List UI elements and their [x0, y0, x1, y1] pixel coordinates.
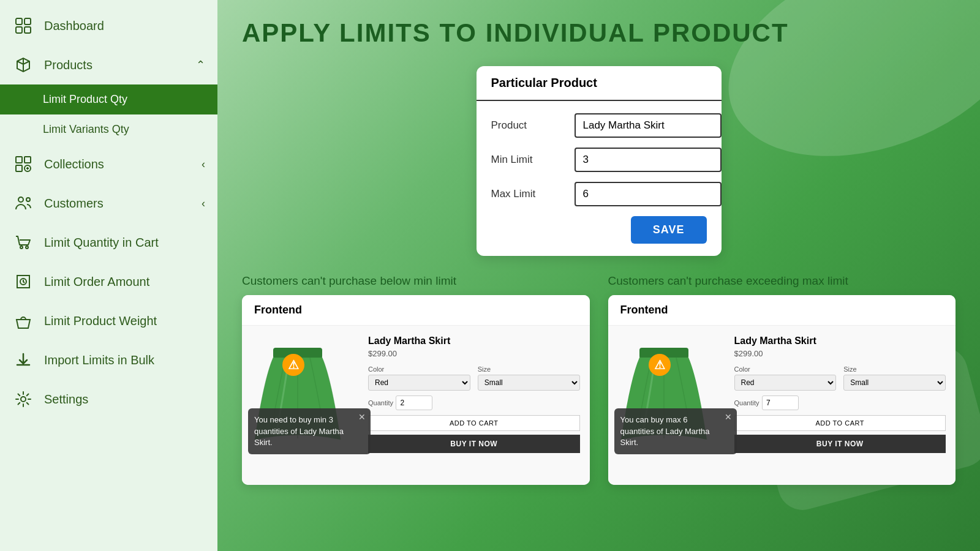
chevron-left-icon: ‹ [202, 158, 205, 171]
svg-rect-6 [16, 165, 22, 171]
demo-min-body: ⚠ ✕ You need to buy min 3 quantities of … [242, 326, 590, 485]
svg-point-9 [26, 198, 30, 201]
demo-max-limit: Customers can't purchase exceeding max l… [608, 274, 956, 485]
demo-max-card: Frontend ⚠ [608, 295, 956, 485]
dashboard-icon [12, 15, 34, 37]
color-size-row-left: Color Red Size Small [368, 365, 580, 391]
qty-label-right: Quantity [734, 399, 760, 407]
sidebar-item-label: Limit Variants Qty [43, 123, 129, 136]
min-limit-input[interactable] [575, 148, 722, 172]
toast-close-right[interactable]: ✕ [725, 411, 732, 424]
sidebar-item-settings[interactable]: Settings [0, 380, 217, 419]
particular-product-form: Particular Product Product Min Limit Max… [477, 66, 722, 256]
svg-rect-1 [24, 18, 31, 24]
sidebar-item-label: Settings [44, 392, 88, 407]
product-name-right: Lady Martha Skirt [734, 335, 946, 347]
chevron-left-icon: ‹ [202, 197, 205, 210]
warning-badge-left: ⚠ [282, 354, 304, 376]
sidebar: Dashboard Products ⌃ Limit Product Qty L… [0, 0, 217, 551]
size-select-left[interactable]: Small [478, 375, 580, 391]
color-select-left[interactable]: Red [368, 375, 470, 391]
demo-min-header: Frontend [242, 295, 590, 326]
sidebar-item-label: Customers [44, 197, 104, 211]
form-section-title: Particular Product [477, 66, 722, 101]
product-field-row: Product [491, 113, 707, 138]
product-info-right: Lady Martha Skirt $299.00 Color Red Size [734, 335, 946, 453]
sidebar-item-collections[interactable]: Collections ‹ [0, 144, 217, 184]
svg-point-10 [20, 246, 23, 249]
sidebar-item-import-limits-bulk[interactable]: Import Limits in Bulk [0, 340, 217, 380]
size-label-right: Size [843, 365, 946, 373]
sidebar-item-label: Collections [44, 157, 104, 171]
sidebar-item-limit-product-qty[interactable]: Limit Product Qty [0, 84, 217, 114]
svg-point-8 [18, 197, 23, 202]
toast-min: ✕ You need to buy min 3 quantities of La… [248, 408, 371, 454]
main-content: APPLY LIMITS TO INDIVIDUAL PRODUCT Parti… [217, 0, 980, 551]
toast-text-left: You need to buy min 3 quantities of Lady… [254, 415, 344, 446]
products-icon [12, 54, 34, 76]
product-name-left: Lady Martha Skirt [368, 335, 580, 347]
demo-min-limit: Customers can't purchase below min limit… [242, 274, 590, 485]
color-label-left: Color [368, 365, 470, 373]
chevron-down-icon: ⌃ [196, 58, 205, 72]
page-title: APPLY LIMITS TO INDIVIDUAL PRODUCT [242, 18, 956, 48]
buy-now-right[interactable]: BUY IT NOW [734, 435, 946, 453]
toast-close-left[interactable]: ✕ [358, 411, 366, 424]
min-limit-label: Min Limit [491, 154, 565, 166]
weight-icon [12, 310, 34, 332]
sidebar-item-label: Products [44, 58, 92, 72]
color-group-left: Color Red [368, 365, 470, 391]
svg-rect-0 [16, 18, 22, 24]
add-to-cart-left[interactable]: ADD TO CART [368, 415, 580, 431]
size-select-right[interactable]: Small [843, 375, 946, 391]
max-limit-input[interactable] [575, 182, 722, 206]
sidebar-item-label: Dashboard [44, 19, 104, 33]
sidebar-item-dashboard[interactable]: Dashboard [0, 6, 217, 45]
color-label-right: Color [734, 365, 837, 373]
color-group-right: Color Red [734, 365, 837, 391]
demo-sections: Customers can't purchase below min limit… [242, 274, 956, 485]
product-label: Product [491, 119, 565, 132]
qty-label-left: Quantity [368, 399, 393, 407]
color-select-right[interactable]: Red [734, 375, 837, 391]
product-info-left: Lady Martha Skirt $299.00 Color Red Size [368, 335, 580, 453]
sidebar-item-limit-order-amount[interactable]: Limit Order Amount [0, 262, 217, 301]
collections-icon [12, 153, 34, 175]
sidebar-item-customers[interactable]: Customers ‹ [0, 184, 217, 223]
sidebar-item-limit-variants-qty[interactable]: Limit Variants Qty [0, 114, 217, 144]
min-limit-field-row: Min Limit [491, 148, 707, 172]
svg-rect-5 [24, 157, 31, 163]
size-group-left: Size Small [478, 365, 580, 391]
save-button[interactable]: SAVE [631, 216, 707, 244]
sidebar-item-limit-quantity-in-cart[interactable]: Limit Quantity in Cart [0, 223, 217, 262]
size-label-left: Size [478, 365, 580, 373]
cart-icon [12, 231, 34, 253]
svg-rect-2 [16, 27, 22, 33]
order-icon [12, 271, 34, 293]
buy-now-left[interactable]: BUY IT NOW [368, 435, 580, 453]
product-input[interactable] [575, 113, 722, 138]
svg-point-11 [26, 246, 28, 249]
max-limit-field-row: Max Limit [491, 182, 707, 206]
sidebar-item-limit-product-weight[interactable]: Limit Product Weight [0, 301, 217, 340]
demo-max-body: ⚠ ✕ You can buy max 6 quantities of Lady… [608, 326, 956, 485]
color-size-row-right: Color Red Size Small [734, 365, 946, 391]
svg-rect-3 [24, 27, 31, 33]
product-price-left: $299.00 [368, 349, 580, 358]
warning-badge-right: ⚠ [649, 354, 671, 376]
qty-input-right[interactable] [762, 395, 799, 410]
sidebar-item-products[interactable]: Products ⌃ [0, 45, 217, 84]
svg-point-13 [21, 397, 26, 402]
sidebar-item-label: Limit Product Weight [44, 314, 157, 328]
sidebar-item-label: Import Limits in Bulk [44, 353, 154, 367]
demo-max-header: Frontend [608, 295, 956, 326]
import-icon [12, 349, 34, 371]
demo-min-caption: Customers can't purchase below min limit [242, 274, 590, 288]
sidebar-item-label: Limit Order Amount [44, 275, 149, 289]
demo-min-card: Frontend [242, 295, 590, 485]
toast-text-right: You can buy max 6 quantities of Lady Mar… [620, 415, 710, 446]
demo-max-caption: Customers can't purchase exceeding max l… [608, 274, 956, 288]
sidebar-item-label: Limit Product Qty [43, 93, 127, 106]
qty-input-left[interactable] [396, 395, 432, 410]
add-to-cart-right[interactable]: ADD TO CART [734, 415, 946, 431]
